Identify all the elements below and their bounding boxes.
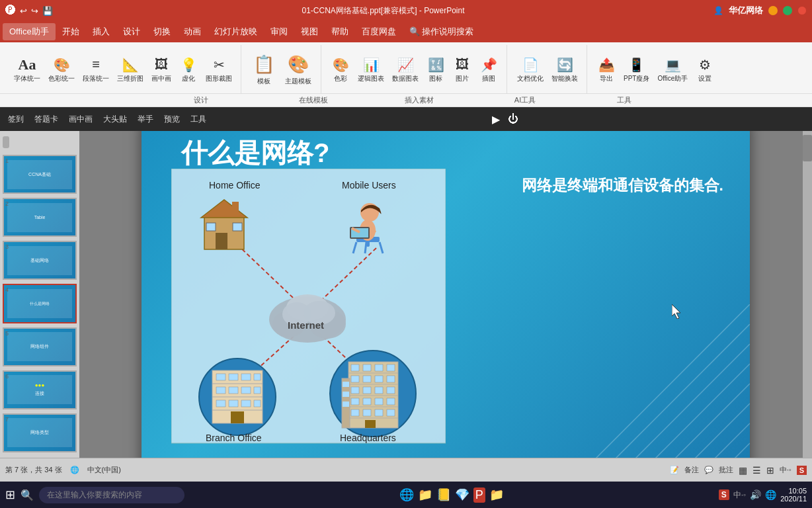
ribbon-btn-font-unify[interactable]: Aa 字体统一 [11, 54, 44, 85]
taskbar-icon-notepad[interactable]: 📒 [436, 487, 451, 502]
taskbar-icon-explorer[interactable]: 📁 [489, 487, 504, 502]
menu-item-slideshow[interactable]: 幻灯片放映 [208, 23, 264, 40]
notes-label[interactable]: 备注 [684, 465, 699, 475]
ribbon-btn-office-helper[interactable]: 💻 Office助手 [654, 54, 691, 85]
deco-lines [585, 304, 750, 458]
smart-dress-icon: 🔄 [555, 56, 574, 74]
view-normal-btn[interactable]: ▦ [739, 465, 747, 476]
ribbon-btn-export[interactable]: 📤 导出 [594, 54, 619, 85]
taskbar-input-method[interactable]: 中·◦ [733, 489, 747, 501]
quick-access-save[interactable]: 💾 [42, 6, 53, 16]
pres-tool-pip[interactable]: 画中画 [69, 114, 93, 125]
network-desc-text: 网络是终端和通信设备的集合. [522, 177, 723, 194]
taskbar-search-box[interactable]: 在这里输入你要搜索的内容 [39, 487, 184, 503]
ribbon-btn-template[interactable]: 📋 模板 [248, 50, 280, 89]
slide-thumb-6[interactable]: 6 ●●● 连接 [3, 370, 77, 409]
ribbon-btn-settings[interactable]: ⚙ 设置 [692, 54, 717, 85]
quick-access-undo[interactable]: ↩ [20, 6, 27, 16]
taskbar-network-icon[interactable]: 🌐 [765, 489, 776, 500]
menu-item-baidu[interactable]: 百度网盘 [355, 23, 403, 40]
svg-rect-74 [375, 376, 383, 382]
pres-tool-quiz[interactable]: 答题卡 [34, 114, 58, 125]
close-btn[interactable] [797, 6, 807, 15]
pres-tool-signin[interactable]: 签到 [8, 114, 24, 125]
taskbar-volume-icon[interactable]: 🔊 [750, 489, 761, 500]
maximize-btn[interactable] [783, 6, 792, 15]
slide-thumb-4[interactable]: 4 什么是网络 [3, 284, 77, 323]
ribbon-btn-blur[interactable]: 💡 虚化 [176, 54, 201, 85]
slide-thumb-content-1: CCNA基础 [4, 156, 75, 192]
ribbon-btn-doc-optimize[interactable]: 📄 文档优化 [514, 54, 547, 85]
svg-text:Headquarters: Headquarters [340, 433, 396, 443]
pres-tool-bighead[interactable]: 大头贴 [103, 114, 127, 125]
svg-rect-69 [363, 376, 371, 382]
slide-thumb-3[interactable]: 3 基础网络 [3, 241, 77, 280]
comment-icon[interactable]: 💬 [704, 466, 713, 474]
menu-item-search[interactable]: 🔍 操作说明搜索 [403, 23, 481, 40]
pres-tool-tools[interactable]: 工具 [190, 114, 206, 125]
notes-icon[interactable]: 📝 [670, 466, 679, 474]
ribbon-btn-icons[interactable]: 🔣 图标 [423, 54, 448, 85]
view-slide-btn[interactable]: ☰ [752, 465, 761, 476]
ribbon-btn-para-unify[interactable]: ≡ 段落统一 [79, 54, 112, 85]
office-helper-icon: 💻 [663, 56, 682, 74]
quick-access-redo[interactable]: ↪ [31, 6, 38, 16]
svg-text:Internet: Internet [288, 319, 324, 331]
menu-item-transitions[interactable]: 切换 [147, 23, 177, 40]
minimize-btn[interactable] [768, 6, 778, 15]
taskbar-icon-onenote[interactable]: 💎 [455, 487, 469, 502]
menu-item-review[interactable]: 审阅 [264, 23, 294, 40]
taskbar-icon-edge[interactable]: 🌐 [399, 487, 414, 502]
slide-canvas: 什么是网络? 网络是终端和通信设备的集合. Home Of [142, 131, 750, 458]
ribbon-btn-ppt-slim[interactable]: 📱 PPT瘦身 [620, 54, 653, 85]
view-reading-btn[interactable]: ⊞ [766, 465, 774, 476]
pres-play-icon[interactable]: ▶ [492, 113, 500, 126]
ribbon-btn-logic-chart[interactable]: 📊 逻辑图表 [354, 54, 387, 85]
icons-icon: 🔣 [426, 56, 445, 74]
slide-thumb-1[interactable]: 1 CCNA基础 [3, 155, 77, 194]
svg-rect-42 [216, 374, 225, 380]
taskbar-icon-files[interactable]: 📁 [418, 487, 432, 502]
network-diagram-svg: Home Office Mobile Users [171, 169, 446, 453]
menu-item-home[interactable]: 开始 [56, 23, 86, 40]
ribbon-btn-image[interactable]: 🖼 图片 [450, 54, 475, 85]
ribbon-btn-color[interactable]: 🎨 色彩 [328, 54, 353, 85]
taskbar-icon-powerpoint[interactable]: P [473, 487, 485, 503]
menu-item-office-assistant[interactable]: Office助手 [3, 23, 56, 40]
svg-rect-52 [241, 400, 251, 407]
ribbon-btn-crop[interactable]: ✂ 图形裁图 [202, 54, 235, 85]
pres-tool-preview[interactable]: 预览 [164, 114, 180, 125]
svg-rect-45 [254, 374, 261, 380]
comment-label[interactable]: 批注 [719, 465, 733, 475]
ribbon-btn-3d-fold[interactable]: 📐 三维折图 [114, 54, 147, 85]
svg-line-0 [585, 304, 750, 458]
ribbon-label-insert-assets: 插入素材 [360, 95, 479, 105]
svg-line-5 [684, 403, 750, 458]
ribbon-btn-illustration[interactable]: 📌 插图 [476, 54, 501, 85]
doc-optimize-icon: 📄 [521, 56, 540, 74]
ribbon-btn-color-unify[interactable]: 🎨 色彩统一 [45, 54, 78, 85]
start-btn[interactable]: ⊞ [5, 487, 15, 502]
zoom-control[interactable]: 中·◦ [780, 465, 792, 475]
scroll-thumb[interactable] [803, 135, 812, 161]
slide-thumb-2[interactable]: 2 Table [3, 198, 77, 237]
search-btn[interactable]: 🔍 [20, 489, 34, 501]
ribbon-btn-pic-in-pic[interactable]: 🖼 画中画 [148, 54, 175, 85]
sohu-icon: S [797, 466, 807, 475]
menu-item-insert[interactable]: 插入 [86, 23, 116, 40]
slide-thumb-5[interactable]: 5 网络组件 [3, 327, 77, 366]
pres-power-icon[interactable]: ⏻ [508, 113, 518, 126]
menu-item-help[interactable]: 帮助 [325, 23, 355, 40]
ribbon-btn-theme-template[interactable]: 🎨 主题模板 [281, 50, 315, 89]
svg-rect-17 [206, 223, 216, 231]
svg-rect-85 [343, 382, 349, 387]
app-logo-icon: 🅟 [5, 5, 16, 17]
ribbon-btn-smart-dress[interactable]: 🔄 智能换装 [548, 54, 581, 85]
menu-item-view[interactable]: 视图 [294, 23, 325, 40]
menu-item-animations[interactable]: 动画 [177, 23, 208, 40]
ribbon-btn-data-chart[interactable]: 📈 数据图表 [389, 54, 422, 85]
slide-thumb-7[interactable]: 7 网络类型 [3, 413, 77, 452]
pres-tool-raise-hand[interactable]: 举手 [138, 114, 153, 125]
menu-item-design[interactable]: 设计 [116, 23, 147, 40]
vertical-scrollbar[interactable] [803, 131, 812, 458]
